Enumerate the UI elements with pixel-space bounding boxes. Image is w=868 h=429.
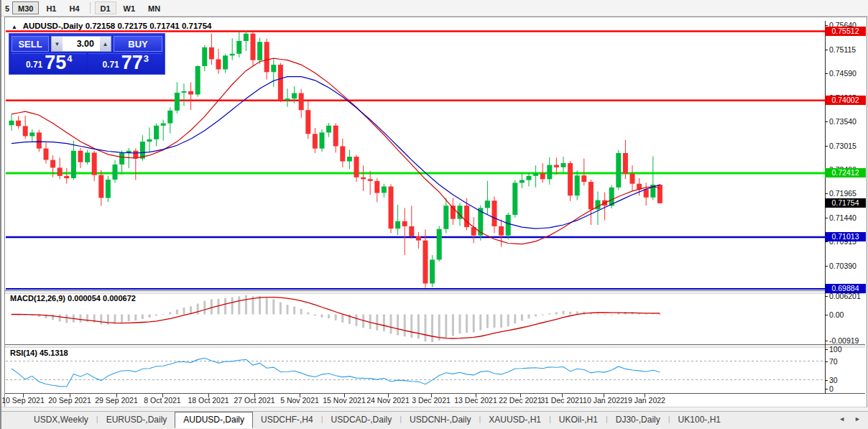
- candle: [202, 45, 207, 71]
- rsi-line: [11, 358, 660, 387]
- sell-price-pip: 4: [67, 53, 72, 64]
- rsi-axis-tick: [825, 389, 828, 389]
- tab-usdcnh-daily[interactable]: USDCNH-,Daily: [402, 412, 479, 427]
- candle: [596, 192, 601, 225]
- price-axis-tick: [825, 193, 828, 194]
- price-axis-tick: [825, 218, 828, 218]
- candle: [650, 156, 655, 200]
- tab-dj30-daily[interactable]: DJ30-,Daily: [608, 412, 668, 427]
- candle: [161, 120, 166, 141]
- macd-axis-tick: [825, 341, 828, 341]
- date-axis-label: 22 Dec 2021: [499, 396, 542, 405]
- candle: [361, 165, 366, 191]
- candle: [223, 54, 228, 73]
- candle: [423, 229, 428, 288]
- candle: [575, 170, 580, 200]
- candle: [98, 170, 103, 206]
- macd-axis-label: 0.00: [829, 310, 844, 319]
- candle: [395, 205, 400, 235]
- tab-usdx-weekly[interactable]: USDX,Weekly: [26, 412, 96, 427]
- chart-symbol-period: AUDUSD-,Daily: [23, 22, 83, 30]
- candle: [271, 59, 276, 86]
- candle: [368, 171, 373, 195]
- candle: [113, 160, 118, 183]
- candle: [506, 213, 511, 240]
- candle: [520, 172, 525, 188]
- tab-scroll-left-icon[interactable]: ◄: [839, 415, 845, 423]
- tab-scroll-arrows: ◄ ►: [839, 415, 861, 423]
- timeframe-button-mn[interactable]: MN: [142, 1, 166, 14]
- date-axis-label: 19 Jan 2022: [624, 396, 665, 405]
- tab-scroll-right-icon[interactable]: ►: [854, 415, 861, 423]
- buy-price[interactable]: 0.71 77 3: [88, 53, 163, 72]
- price-axis-label: 0.75115: [829, 45, 856, 54]
- price-axis-tick: [825, 146, 828, 147]
- candle: [485, 181, 490, 215]
- candle: [588, 180, 594, 225]
- sell-price-big: 75: [45, 53, 66, 72]
- candle: [382, 184, 387, 198]
- volume-input[interactable]: 3.00: [63, 37, 100, 51]
- candle: [305, 101, 310, 139]
- tab-audusd-daily[interactable]: AUDUSD-,Daily: [175, 412, 253, 428]
- price-axis-tick: [825, 50, 828, 50]
- candle: [106, 176, 111, 202]
- candle: [347, 150, 352, 170]
- candle: [644, 183, 649, 206]
- date-axis-label: 27 Oct 2021: [234, 396, 274, 405]
- volume-decrease-button[interactable]: ▼: [52, 37, 63, 51]
- candle: [23, 116, 28, 139]
- timeframe-button-h1[interactable]: H1: [40, 1, 62, 14]
- current-price-badge: 0.71754: [825, 198, 866, 208]
- rsi-axis-label: 100: [829, 345, 842, 354]
- candle: [630, 165, 635, 191]
- timeframe-button-m30[interactable]: M30: [12, 1, 39, 14]
- candle: [236, 32, 241, 57]
- date-axis-label: 18 Oct 2021: [188, 396, 228, 405]
- candle: [657, 184, 662, 204]
- tab-ukoil-h1[interactable]: UKOil-,H1: [551, 412, 606, 427]
- candle: [402, 208, 407, 255]
- timeframe-button-5[interactable]: 5: [2, 1, 11, 14]
- chart-tab-bar: USDX,Weekly|EURUSD-,DailyAUDUSD-,DailyUS…: [1, 411, 868, 429]
- volume-increase-button[interactable]: ▲: [100, 37, 111, 51]
- date-axis-label: 24 Nov 2021: [366, 396, 410, 405]
- date-axis-label: 10 Sep 2021: [1, 396, 45, 405]
- candle: [527, 173, 532, 186]
- rsi-axis-label: 0: [829, 384, 834, 393]
- candle: [320, 129, 325, 152]
- timeframe-button-d1[interactable]: D1: [95, 1, 116, 14]
- timeframe-button-w1[interactable]: W1: [118, 1, 142, 14]
- date-axis-label: 5 Nov 2021: [280, 396, 319, 405]
- tab-usdchf-h4[interactable]: USDCHF-,H4: [253, 412, 321, 427]
- timeframe-button-h4[interactable]: H4: [63, 1, 85, 14]
- price-level-badge-0.69884: 0.69884: [825, 284, 866, 293]
- tab-xauusd-h1[interactable]: XAUUSD-,H1: [481, 412, 549, 427]
- candle: [167, 107, 172, 133]
- candle: [175, 82, 180, 113]
- candle: [616, 150, 621, 190]
- sell-price[interactable]: 0.71 75 4: [11, 53, 86, 72]
- candle: [251, 32, 256, 66]
- candle: [216, 49, 221, 74]
- price-axis-label: 0.74590: [829, 69, 857, 78]
- date-axis-label: 15 Nov 2021: [323, 396, 366, 405]
- candle: [37, 130, 42, 152]
- candle: [471, 217, 476, 243]
- buy-price-big: 77: [121, 53, 143, 72]
- candle: [147, 127, 152, 152]
- candle: [354, 155, 359, 183]
- price-axis-tick: [825, 73, 828, 74]
- candle: [389, 184, 394, 233]
- tab-uk100-h1[interactable]: UK100-,H1: [670, 412, 729, 427]
- tab-eurusd-daily[interactable]: EURUSD-,Daily: [98, 412, 175, 427]
- sell-button[interactable]: SELL: [11, 36, 49, 52]
- candle: [561, 157, 566, 172]
- tab-usdcad-daily[interactable]: USDCAD-,Daily: [323, 412, 400, 427]
- volume-spinner: ▼ 3.00 ▲: [51, 36, 111, 52]
- candle: [443, 198, 448, 233]
- rsi-label: RSI(14) 45.1318: [10, 349, 68, 357]
- buy-button[interactable]: BUY: [114, 36, 162, 52]
- rsi-pane[interactable]: [6, 347, 825, 393]
- candle: [244, 31, 249, 51]
